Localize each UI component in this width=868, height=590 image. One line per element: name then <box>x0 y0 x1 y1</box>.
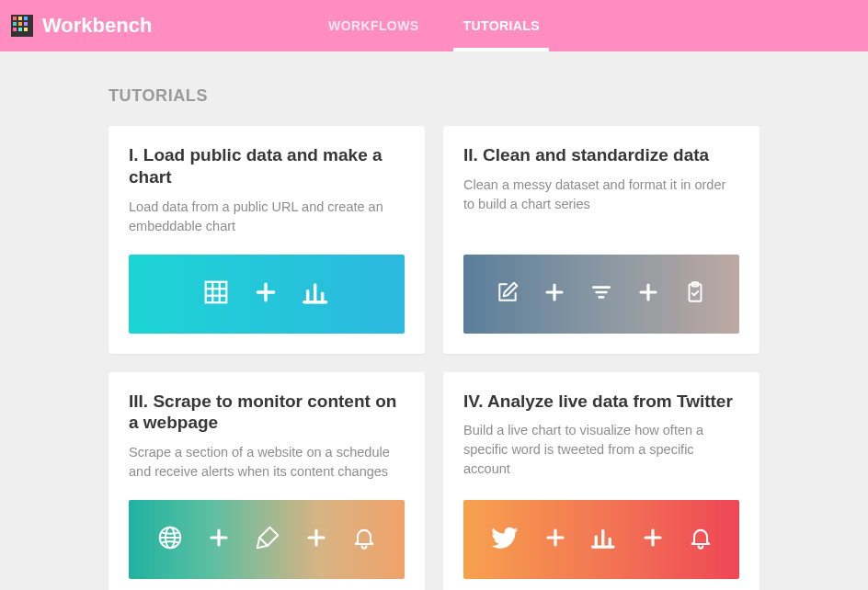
twitter-icon <box>489 522 520 557</box>
tutorial-card[interactable]: I. Load public data and make a chart Loa… <box>108 126 425 354</box>
scrape-icon <box>254 524 281 555</box>
tutorial-grid: I. Load public data and make a chart Loa… <box>108 126 760 590</box>
tab-label: TUTORIALS <box>463 18 540 33</box>
tutorial-card[interactable]: II. Clean and standardize data Clean a m… <box>443 126 760 354</box>
tutorial-banner <box>129 255 405 334</box>
bell-icon <box>688 525 714 554</box>
tutorial-desc: Scrape a section of a website on a sched… <box>129 443 405 482</box>
svg-rect-9 <box>24 28 28 31</box>
tutorial-desc: Build a live chart to visualize how ofte… <box>463 421 739 479</box>
svg-rect-10 <box>206 281 227 302</box>
clipboard-check-icon <box>683 280 707 308</box>
plus-icon <box>543 281 565 307</box>
brand-logo-icon <box>11 15 33 37</box>
tutorial-card[interactable]: IV. Analyze live data from Twitter Build… <box>443 372 760 590</box>
svg-rect-4 <box>13 22 17 26</box>
tab-tutorials[interactable]: TUTORIALS <box>454 0 549 51</box>
globe-icon <box>156 524 184 555</box>
bell-icon <box>351 525 377 554</box>
page-body: TUTORIALS I. Load public data and make a… <box>0 51 868 590</box>
tutorial-title: IV. Analyze live data from Twitter <box>463 391 739 413</box>
plus-icon <box>642 527 664 552</box>
svg-rect-2 <box>18 17 22 20</box>
tutorial-banner <box>463 500 739 579</box>
plus-icon <box>254 280 278 308</box>
plus-icon <box>544 527 566 552</box>
nav-tabs: WORKFLOWS TUTORIALS <box>319 0 549 51</box>
bar-chart-icon <box>302 278 331 311</box>
svg-rect-8 <box>18 28 22 31</box>
tab-workflows[interactable]: WORKFLOWS <box>319 0 428 51</box>
edit-icon <box>496 280 520 308</box>
plus-icon <box>305 527 327 552</box>
filter-icon <box>589 280 613 308</box>
tutorial-banner <box>463 255 739 334</box>
svg-rect-7 <box>13 28 17 31</box>
svg-rect-3 <box>24 17 28 20</box>
tutorial-title: III. Scrape to monitor content on a webp… <box>129 391 405 435</box>
plus-icon <box>208 527 230 552</box>
svg-rect-1 <box>13 17 17 20</box>
tutorial-title: I. Load public data and make a chart <box>129 144 405 188</box>
svg-rect-6 <box>24 22 28 26</box>
tutorial-title: II. Clean and standardize data <box>463 144 739 166</box>
svg-rect-5 <box>18 22 22 26</box>
brand-name: Workbench <box>42 14 152 38</box>
bar-chart-icon <box>590 524 618 555</box>
tab-label: WORKFLOWS <box>328 18 418 33</box>
tutorial-desc: Clean a messy dataset and format it in o… <box>463 176 739 214</box>
tutorial-card[interactable]: III. Scrape to monitor content on a webp… <box>108 372 425 590</box>
section-heading: TUTORIALS <box>108 86 760 106</box>
table-icon <box>202 278 230 310</box>
app-header: Workbench WORKFLOWS TUTORIALS <box>0 0 868 51</box>
brand[interactable]: Workbench <box>11 14 152 38</box>
tutorial-desc: Load data from a public URL and create a… <box>129 198 405 236</box>
tutorial-banner <box>129 500 405 579</box>
plus-icon <box>637 281 659 307</box>
